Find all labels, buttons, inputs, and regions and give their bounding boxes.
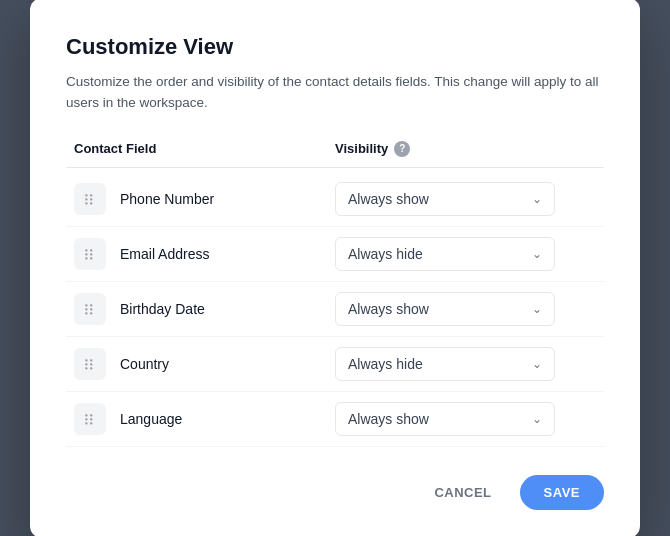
svg-rect-7	[85, 253, 87, 255]
dialog-title: Customize View	[66, 34, 604, 60]
svg-rect-10	[90, 253, 92, 255]
chevron-down-icon: ⌄	[532, 192, 542, 206]
svg-rect-18	[85, 359, 87, 361]
drag-handle-phone[interactable]	[74, 183, 106, 215]
svg-rect-16	[90, 308, 92, 310]
visibility-select-language[interactable]: Always show ⌄	[335, 402, 555, 436]
svg-rect-21	[90, 359, 92, 361]
svg-rect-12	[85, 304, 87, 306]
chevron-down-icon: ⌄	[532, 302, 542, 316]
svg-rect-0	[85, 194, 87, 196]
visibility-value-email: Always hide	[348, 246, 423, 262]
col-header-field: Contact Field	[74, 141, 335, 157]
svg-rect-4	[90, 198, 92, 200]
customize-view-dialog: Customize View Customize the order and v…	[30, 0, 640, 536]
field-name-language: Language	[120, 411, 182, 427]
field-row-country: Country Always hide ⌄	[66, 337, 604, 392]
chevron-down-icon: ⌄	[532, 247, 542, 261]
field-left-email: Email Address	[74, 238, 335, 270]
svg-rect-5	[90, 202, 92, 204]
field-name-phone: Phone Number	[120, 191, 214, 207]
svg-rect-1	[85, 198, 87, 200]
field-left-phone: Phone Number	[74, 183, 335, 215]
svg-rect-25	[85, 418, 87, 420]
svg-rect-26	[85, 422, 87, 424]
svg-rect-17	[90, 312, 92, 314]
visibility-value-birthday: Always show	[348, 301, 429, 317]
svg-rect-19	[85, 363, 87, 365]
visibility-value-phone: Always show	[348, 191, 429, 207]
field-name-email: Email Address	[120, 246, 209, 262]
dialog-description: Customize the order and visibility of th…	[66, 72, 604, 113]
field-name-birthday: Birthday Date	[120, 301, 205, 317]
svg-rect-28	[90, 418, 92, 420]
cancel-button[interactable]: CANCEL	[422, 477, 503, 508]
field-left-birthday: Birthday Date	[74, 293, 335, 325]
svg-rect-20	[85, 367, 87, 369]
visibility-select-country[interactable]: Always hide ⌄	[335, 347, 555, 381]
drag-handle-email[interactable]	[74, 238, 106, 270]
chevron-down-icon: ⌄	[532, 357, 542, 371]
visibility-select-email[interactable]: Always hide ⌄	[335, 237, 555, 271]
field-row-birthday: Birthday Date Always show ⌄	[66, 282, 604, 337]
svg-rect-15	[90, 304, 92, 306]
col-header-visibility: Visibility ?	[335, 141, 596, 157]
drag-handle-language[interactable]	[74, 403, 106, 435]
svg-rect-29	[90, 422, 92, 424]
svg-rect-11	[90, 257, 92, 259]
svg-rect-24	[85, 414, 87, 416]
svg-rect-22	[90, 363, 92, 365]
svg-rect-14	[85, 312, 87, 314]
field-left-country: Country	[74, 348, 335, 380]
chevron-down-icon: ⌄	[532, 412, 542, 426]
table-header: Contact Field Visibility ?	[66, 141, 604, 168]
field-name-country: Country	[120, 356, 169, 372]
help-icon[interactable]: ?	[394, 141, 410, 157]
drag-handle-birthday[interactable]	[74, 293, 106, 325]
visibility-value-language: Always show	[348, 411, 429, 427]
field-row-phone: Phone Number Always show ⌄	[66, 172, 604, 227]
svg-rect-9	[90, 249, 92, 251]
visibility-select-phone[interactable]: Always show ⌄	[335, 182, 555, 216]
svg-rect-2	[85, 202, 87, 204]
svg-rect-13	[85, 308, 87, 310]
field-left-language: Language	[74, 403, 335, 435]
field-row-language: Language Always show ⌄	[66, 392, 604, 447]
svg-rect-23	[90, 367, 92, 369]
svg-rect-27	[90, 414, 92, 416]
fields-list: Phone Number Always show ⌄ Email Address…	[66, 172, 604, 447]
save-button[interactable]: SAVE	[520, 475, 604, 510]
svg-rect-6	[85, 249, 87, 251]
visibility-value-country: Always hide	[348, 356, 423, 372]
visibility-select-birthday[interactable]: Always show ⌄	[335, 292, 555, 326]
drag-handle-country[interactable]	[74, 348, 106, 380]
svg-rect-8	[85, 257, 87, 259]
dialog-footer: CANCEL SAVE	[66, 475, 604, 510]
field-row-email: Email Address Always hide ⌄	[66, 227, 604, 282]
svg-rect-3	[90, 194, 92, 196]
